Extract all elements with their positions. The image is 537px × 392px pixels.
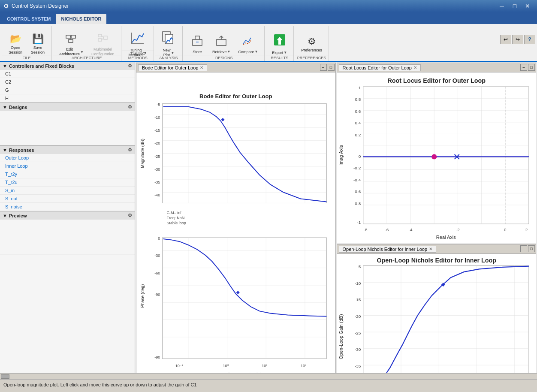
bode-svg[interactable]: Bode Editor for Outer Loop xyxy=(136,72,335,373)
svg-text:0: 0 xyxy=(504,227,507,232)
preview-settings-icon[interactable]: ⚙ xyxy=(128,213,132,218)
nichols-minimize-btn[interactable]: – xyxy=(520,245,527,252)
ribbon-group-tuning: TuningMethods ▼ TUNING METHODS xyxy=(122,26,154,61)
sidebar-item-outer-loop[interactable]: Outer Loop xyxy=(0,154,135,162)
svg-text:10⁰: 10⁰ xyxy=(223,364,229,368)
title-bar: ⚙ Control System Designer ─ □ ✕ xyxy=(0,0,537,12)
rl-panel-controls: – □ xyxy=(520,64,535,71)
sidebar: ▼ Controllers and Fixed Blocks ⚙ C1 C2 G… xyxy=(0,62,135,373)
tab-bar: CONTROL SYSTEM NICHOLS EDITOR xyxy=(0,12,537,24)
maximize-button[interactable]: □ xyxy=(509,0,521,12)
nichols-maximize-btn[interactable]: □ xyxy=(528,245,535,252)
svg-rect-5 xyxy=(98,34,102,37)
sidebar-item-sout[interactable]: S_out xyxy=(0,195,135,203)
responses-settings-icon[interactable]: ⚙ xyxy=(128,147,132,153)
root-locus-close-icon[interactable]: ✕ xyxy=(413,65,417,70)
window-controls: ─ □ ✕ xyxy=(496,0,534,12)
nichols-svg[interactable]: Open-Loop Nichols Editor for Inner Loop xyxy=(337,254,536,373)
rl-minimize-btn[interactable]: – xyxy=(520,64,527,71)
save-session-button[interactable]: 💾 SaveSession xyxy=(27,31,48,57)
bode-mag-yticks: -5 -10 -15 -20 -25 -30 -35 -40 xyxy=(154,103,160,198)
edit-architecture-button[interactable]: EditArchitecture ▼ xyxy=(56,30,87,59)
responses-header[interactable]: ▼ Responses ⚙ xyxy=(0,146,135,154)
preferences-icon: ⚙ xyxy=(308,36,316,47)
tab-nichols-editor[interactable]: NICHOLS EDITOR xyxy=(56,14,106,24)
svg-rect-16 xyxy=(217,39,226,45)
rl-yticks: 1 0.8 0.6 0.4 0.2 0 -0.2 -0.4 -0.6 -0.8 … xyxy=(353,85,361,225)
tuning-group-label: TUNING METHODS xyxy=(122,51,154,60)
svg-text:10¹: 10¹ xyxy=(262,364,267,368)
open-session-button[interactable]: 📂 OpenSession xyxy=(5,31,26,57)
bode-minimize-btn[interactable]: – xyxy=(320,64,327,71)
analysis-group-label: ANALYSIS xyxy=(155,55,182,60)
svg-text:-15: -15 xyxy=(354,298,361,302)
ribbon-group-results: Export ▼ RESULTS xyxy=(265,26,294,61)
nichols-close-icon[interactable]: ✕ xyxy=(429,247,432,251)
svg-text:-0.8: -0.8 xyxy=(353,201,361,206)
bode-maximize-btn[interactable]: □ xyxy=(328,64,335,71)
bode-close-icon[interactable]: ✕ xyxy=(200,65,203,70)
controllers-items: C1 C2 G H xyxy=(0,70,135,103)
status-text: Open-loop magnitude plot. Left click and… xyxy=(3,382,197,387)
bode-tab[interactable]: Bode Editor for Outer Loop ✕ xyxy=(138,64,207,71)
preferences-button[interactable]: ⚙ Preferences xyxy=(298,34,325,55)
svg-text:-90: -90 xyxy=(154,292,160,297)
tab-control-system[interactable]: CONTROL SYSTEM xyxy=(2,14,56,24)
rl-title: Root Locus Editor for Outer Loop xyxy=(387,77,486,84)
sidebar-item-sin[interactable]: S_in xyxy=(0,187,135,195)
ribbon-group-architecture: EditArchitecture ▼ MultimodelConfigurati… xyxy=(53,26,121,61)
svg-text:-5: -5 xyxy=(357,264,361,269)
sidebar-item-tr2u[interactable]: T_r2u xyxy=(0,178,135,187)
root-locus-svg[interactable]: Root Locus Editor for Outer Loop xyxy=(337,72,536,243)
sidebar-item-tr2y[interactable]: T_r2y xyxy=(0,170,135,178)
bode-panel-controls: – □ xyxy=(320,64,335,71)
plot-area: Bode Editor for Outer Loop ✕ – □ Bode Ed… xyxy=(135,62,537,373)
file-group-label: FILE xyxy=(2,55,51,60)
compare-button[interactable]: Compare ▼ xyxy=(235,32,261,57)
sidebar-item-c2[interactable]: C2 xyxy=(0,78,135,86)
retrieve-icon xyxy=(215,34,227,49)
retrieve-button[interactable]: Retrieve ▼ xyxy=(209,32,233,57)
open-session-icon: 📂 xyxy=(10,33,21,45)
sidebar-item-inner-loop[interactable]: Inner Loop xyxy=(0,162,135,170)
controllers-expand-arrow: ▼ xyxy=(3,63,7,69)
ribbon-group-designs: Store Retrieve ▼ xyxy=(184,26,265,61)
designs-section: ▼ Designs ⚙ xyxy=(0,103,135,146)
root-locus-tab-label: Root Locus Editor for Outer Loop xyxy=(343,65,412,70)
designs-header[interactable]: ▼ Designs ⚙ xyxy=(0,103,135,111)
rl-zero-marker xyxy=(431,154,436,159)
bode-phase-yticks: 0 -30 -60 -90 xyxy=(154,236,160,297)
svg-rect-7 xyxy=(104,36,107,39)
designs-expand-arrow: ▼ xyxy=(3,105,7,110)
sidebar-item-h[interactable]: H xyxy=(0,94,135,103)
svg-text:-20: -20 xyxy=(154,141,160,145)
store-button[interactable]: Store xyxy=(187,32,208,57)
nichols-tab[interactable]: Open-Loop Nichols Editor for Inner Loop … xyxy=(339,246,437,253)
svg-text:10⁻¹: 10⁻¹ xyxy=(175,364,183,368)
responses-items: Outer Loop Inner Loop T_r2y T_r2u S_in S… xyxy=(0,154,135,211)
help-button[interactable]: ? xyxy=(524,35,535,44)
nichols-panel: Open-Loop Nichols Editor for Inner Loop … xyxy=(337,244,537,373)
sidebar-item-c1[interactable]: C1 xyxy=(0,70,135,78)
rl-maximize-btn[interactable]: □ xyxy=(528,64,535,71)
controllers-header[interactable]: ▼ Controllers and Fixed Blocks ⚙ xyxy=(0,62,135,70)
bode-xticks: 10⁻¹ 10⁰ 10¹ 10² xyxy=(175,364,306,368)
sidebar-item-g[interactable]: G xyxy=(0,86,135,94)
controllers-settings-icon[interactable]: ⚙ xyxy=(128,63,132,69)
redo-button[interactable]: ↪ xyxy=(512,35,523,44)
export-button[interactable]: Export ▼ xyxy=(269,31,290,57)
bode-phase-ylabel: Phase (deg) xyxy=(140,284,145,308)
scroll-thumb[interactable] xyxy=(1,374,9,379)
close-button[interactable]: ✕ xyxy=(522,0,534,12)
minimize-button[interactable]: ─ xyxy=(496,0,508,12)
svg-text:-40: -40 xyxy=(154,193,160,197)
root-locus-panel: Root Locus Editor for Outer Loop ✕ – □ R… xyxy=(337,63,537,243)
root-locus-tab[interactable]: Root Locus Editor for Outer Loop ✕ xyxy=(339,64,421,71)
designs-settings-icon[interactable]: ⚙ xyxy=(128,104,132,110)
sidebar-item-snoise[interactable]: S_noise xyxy=(0,203,135,211)
svg-text:-8: -8 xyxy=(363,227,367,232)
svg-text:-25: -25 xyxy=(154,154,160,159)
preview-header[interactable]: ▼ Preview ⚙ xyxy=(0,211,135,220)
scroll-bar[interactable] xyxy=(0,373,537,379)
undo-button[interactable]: ↩ xyxy=(500,35,511,44)
